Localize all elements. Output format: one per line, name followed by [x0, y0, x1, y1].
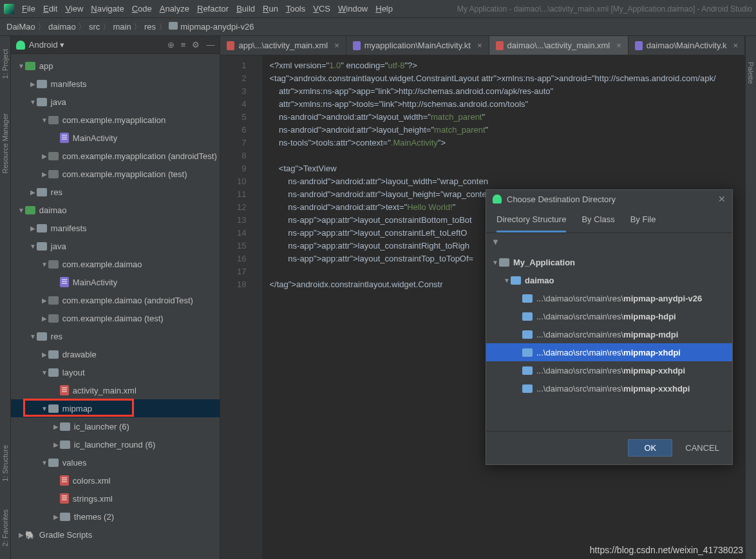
- pkg-icon: [48, 116, 59, 124]
- tree-item[interactable]: ▶com.example.myapplication (androidTest): [11, 147, 220, 165]
- fold-column: [252, 55, 263, 559]
- menu-analyze[interactable]: Analyze: [156, 2, 193, 15]
- folder-icon: [499, 258, 509, 267]
- dialog-tree-item[interactable]: ...\daimao\src\main\res\mipmap-mdpi: [486, 325, 732, 343]
- tree-label: manifests: [51, 79, 87, 89]
- menu-view[interactable]: View: [61, 2, 87, 15]
- breadcrumb-item[interactable]: res: [144, 22, 156, 32]
- editor-tabs: app\...\activity_main.xml×myapplication\…: [220, 36, 745, 55]
- dialog-tree-item[interactable]: ...\daimao\src\main\res\mipmap-hdpi: [486, 307, 732, 325]
- dialog-tree[interactable]: ▼My_Application▼daimao...\daimao\src\mai…: [486, 251, 732, 431]
- menu-vcs[interactable]: VCS: [309, 2, 334, 15]
- menu-build[interactable]: Build: [232, 2, 259, 15]
- collapse-icon[interactable]: ≡: [181, 40, 186, 50]
- kt-icon: [60, 133, 69, 143]
- tree-item[interactable]: ▶manifests: [11, 75, 220, 93]
- ok-button[interactable]: OK: [628, 439, 672, 457]
- tree-item[interactable]: ▼com.example.daimao: [11, 255, 220, 273]
- breadcrumb-item[interactable]: main: [113, 22, 131, 32]
- dialog-tree-item[interactable]: ▼daimao: [486, 271, 732, 289]
- filter-icon[interactable]: ▼: [486, 233, 732, 251]
- close-tab-icon[interactable]: ×: [477, 41, 482, 50]
- project-tree[interactable]: ▼app▶manifests▼java▼com.example.myapplic…: [11, 54, 220, 559]
- tool-project[interactable]: 1: Project: [1, 49, 9, 79]
- tree-item[interactable]: ▶com.example.daimao (test): [11, 309, 220, 327]
- menu-code[interactable]: Code: [128, 2, 156, 15]
- dialog-tab[interactable]: By File: [630, 208, 656, 232]
- tree-item[interactable]: colors.xml: [11, 471, 220, 489]
- tree-label: MainActivity: [73, 278, 117, 287]
- tree-label: layout: [62, 368, 85, 377]
- tree-item[interactable]: ▶themes (2): [11, 507, 220, 526]
- file-icon: [635, 41, 643, 50]
- fold-icon: [37, 188, 47, 196]
- close-tab-icon[interactable]: ×: [733, 41, 739, 50]
- folder-icon: [522, 294, 533, 303]
- tool-structure[interactable]: 1: Structure: [1, 445, 9, 482]
- dialog-tree-item[interactable]: ...\daimao\src\main\res\mipmap-anydpi-v2…: [486, 289, 732, 307]
- breadcrumb-item[interactable]: mipmap-anydpi-v26: [169, 22, 254, 32]
- dialog-tree-item[interactable]: ...\daimao\src\main\res\mipmap-xhdpi: [486, 343, 732, 361]
- menu-edit[interactable]: Edit: [39, 2, 61, 15]
- right-tool-strip: Palette: [745, 36, 756, 559]
- tree-item[interactable]: ▼layout: [11, 363, 220, 381]
- tree-item[interactable]: MainActivity: [11, 273, 220, 291]
- tool-palette[interactable]: Palette: [747, 62, 755, 84]
- tool-resource-manager[interactable]: Resource Manager: [1, 113, 9, 174]
- tree-label: themes (2): [74, 512, 114, 522]
- tree-item[interactable]: ▶ic_launcher_round (6): [11, 435, 220, 453]
- breadcrumb-item[interactable]: src: [89, 22, 100, 32]
- tool-favorites[interactable]: 2: Favorites: [1, 509, 9, 546]
- file-icon: [496, 41, 504, 50]
- tree-item[interactable]: ▼java: [11, 237, 220, 255]
- menu-navigate[interactable]: Navigate: [87, 2, 128, 15]
- android-icon: [16, 41, 25, 50]
- dialog-tree-item[interactable]: ...\daimao\src\main\res\mipmap-xxhdpi: [486, 361, 732, 379]
- menu-run[interactable]: Run: [259, 2, 282, 15]
- editor-tab[interactable]: myapplication\MainActivity.kt×: [346, 36, 489, 55]
- tree-item[interactable]: ▼java: [11, 93, 220, 111]
- breadcrumb-item[interactable]: daimao: [48, 22, 76, 32]
- dialog-tab[interactable]: By Class: [581, 208, 614, 232]
- menu-window[interactable]: Window: [334, 2, 372, 15]
- menu-file[interactable]: File: [18, 2, 39, 15]
- tree-item[interactable]: ▶com.example.daimao (androidTest): [11, 291, 220, 309]
- fold-icon: [37, 98, 47, 106]
- dialog-tree-item[interactable]: ...\daimao\src\main\res\mipmap-xxxhdpi: [486, 379, 732, 397]
- close-tab-icon[interactable]: ×: [334, 41, 339, 50]
- tree-item[interactable]: MainActivity: [11, 129, 220, 147]
- tree-label: MainActivity: [73, 133, 117, 143]
- tree-item[interactable]: ▼app: [11, 57, 220, 75]
- tree-item[interactable]: ▶Gradle Scripts: [11, 526, 220, 544]
- editor-tab[interactable]: app\...\activity_main.xml×: [220, 36, 346, 55]
- tree-item[interactable]: strings.xml: [11, 489, 220, 507]
- hide-icon[interactable]: —: [206, 40, 214, 50]
- tree-label: java: [51, 242, 66, 251]
- tree-item[interactable]: ▼com.example.myapplication: [11, 111, 220, 129]
- editor-tab[interactable]: daimao\MainActivity.k×: [628, 36, 745, 55]
- tree-item[interactable]: ▶manifests: [11, 219, 220, 237]
- menu-refactor[interactable]: Refactor: [193, 2, 232, 15]
- cancel-button[interactable]: CANCEL: [685, 443, 719, 453]
- tree-item[interactable]: ▼daimao: [11, 201, 220, 219]
- menu-tools[interactable]: Tools: [282, 2, 309, 15]
- dialog-tree-item[interactable]: ▼My_Application: [486, 253, 732, 271]
- tree-item[interactable]: ▼mipmap: [11, 399, 220, 417]
- tree-item[interactable]: ▶drawable: [11, 345, 220, 363]
- tree-item[interactable]: ▶com.example.myapplication (test): [11, 165, 220, 183]
- close-tab-icon[interactable]: ×: [616, 41, 621, 50]
- tree-item[interactable]: activity_main.xml: [11, 381, 220, 399]
- sidebar-view-dropdown[interactable]: Android ▾: [29, 40, 64, 50]
- menu-help[interactable]: Help: [372, 2, 397, 15]
- tree-item[interactable]: ▼res: [11, 327, 220, 345]
- android-icon: [493, 194, 502, 204]
- dialog-tab[interactable]: Directory Structure: [496, 208, 566, 232]
- breadcrumb-item[interactable]: DaiMao: [6, 22, 35, 32]
- tree-item[interactable]: ▶res: [11, 183, 220, 201]
- gear-icon[interactable]: ⚙: [192, 40, 200, 50]
- tree-item[interactable]: ▼values: [11, 453, 220, 471]
- target-icon[interactable]: ⊕: [167, 40, 175, 50]
- close-icon[interactable]: ✕: [718, 194, 726, 204]
- editor-tab[interactable]: daimao\...\activity_main.xml×: [489, 36, 628, 55]
- tree-item[interactable]: ▶ic_launcher (6): [11, 417, 220, 435]
